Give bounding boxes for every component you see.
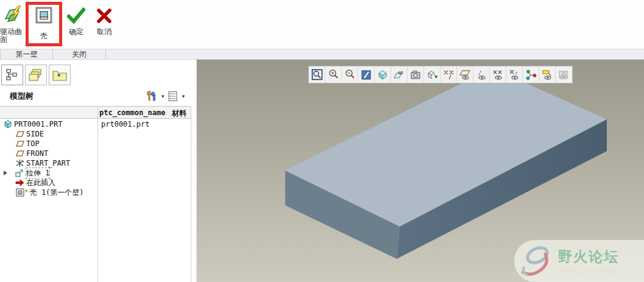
tree-item-label[interactable]: TOP [26,139,40,148]
cancel-label: 取消 [97,28,111,36]
repaint-icon [361,69,372,80]
tree-column-header: ptc_common_name 材料 [0,106,191,119]
drive-surface-label: 驱动曲面 [0,28,26,44]
tree-row-shell[interactable]: * 壳 1(第一个壁) [0,188,191,197]
tree-row-start-part[interactable]: START_PART [0,158,191,168]
tree-item-label[interactable]: 拉伸 1 [26,168,49,178]
view-toolbar: AB [308,66,573,83]
expand-arrow-icon[interactable] [4,171,7,175]
zoom-out-icon [344,69,356,80]
part-icon [2,120,13,129]
spin-center-button[interactable] [523,66,539,83]
tree-row-side[interactable]: SIDE [0,129,191,139]
tree-row-part[interactable]: PRT0001.PRT prt0001.prt [0,119,191,129]
extrude-icon [15,169,25,177]
wildfire-logo [519,243,554,280]
point-eye-icon [492,69,504,80]
cad-window: 驱动曲面 壳 确定 [0,0,644,282]
forum-watermark: 野火论坛 www.proewildfire.cn [514,240,644,282]
tree-row-front[interactable]: FRONT [0,149,191,158]
navigator-tabs: * [1,65,71,85]
reorient-button[interactable] [424,66,441,83]
shell-button-highlight[interactable]: 壳 [26,2,62,46]
tree-item-ptc-name: prt0001.prt [101,120,149,129]
panel-divider [191,106,191,282]
folder-star-icon: * [52,69,67,81]
tree-settings-icon[interactable] [146,90,158,102]
saved-views-icon: AB [393,69,405,80]
ok-check-icon [67,4,85,28]
zoom-fit-button[interactable] [309,66,325,83]
sketcher-display-icon [558,69,570,80]
tab-folder-browser[interactable] [25,65,47,85]
reorient-cube-icon [426,69,438,80]
datum-plane-icon [15,130,25,138]
column-material[interactable]: 材料 [172,108,186,119]
zoom-in-icon [328,69,339,80]
group-first-wall: 第一壁 [0,49,53,59]
annotation-display-button[interactable] [539,66,556,83]
zoom-in-button[interactable] [325,66,342,83]
drive-surface-icon [3,4,23,28]
csys-icon [15,159,25,167]
tree-columns-dropdown[interactable]: ▼ [180,94,187,99]
datum-plane-icon [15,140,25,147]
repaint-button[interactable] [358,66,375,83]
axis-eye-icon [476,69,487,80]
shell-icon [15,188,25,197]
group-close[interactable]: 关闭 [53,49,106,59]
plane-display-button[interactable] [457,66,473,83]
tree-item-label[interactable]: SIDE [26,130,44,138]
display-style-button[interactable] [375,66,391,83]
tree-item-label[interactable]: 壳 1(第一个壁) [30,188,84,198]
datum-toggle-icon [443,69,455,80]
folders-icon [29,68,43,82]
model-tree: PRT0001.PRT prt0001.prt SIDE TOP [0,119,191,197]
graphics-area[interactable]: AB [196,60,644,282]
column-ptc-common-name[interactable]: ptc_common_name [99,108,165,117]
svg-text:z: z [515,71,517,76]
datum-display-button[interactable] [441,66,457,83]
tree-row-extrude[interactable]: 拉伸 1 [0,168,191,178]
drive-surface-button[interactable]: 驱动曲面 [0,0,26,44]
saved-views-button[interactable]: AB [391,66,408,83]
tree-row-insert-here[interactable]: 在此插入 [0,178,191,188]
model-tree-panel: * 模型树 ▼ ▼ [0,60,195,282]
cancel-button[interactable]: 取消 [90,0,118,36]
zoom-out-button[interactable] [342,66,358,83]
ok-button[interactable]: 确定 [62,0,90,36]
datum-plane-icon [15,150,25,157]
tree-item-label[interactable]: START_PART [26,159,70,167]
tab-favorites[interactable]: * [49,65,71,85]
shell-label: 壳 [40,31,48,41]
tree-columns-icon[interactable] [168,91,179,102]
point-display-button[interactable] [490,66,506,83]
view-manager-button[interactable] [408,66,424,83]
csys-display-button[interactable]: z [506,66,523,83]
ok-label: 确定 [69,28,83,36]
tree-row-top[interactable]: TOP [0,139,191,149]
model-tree-header: 模型树 ▼ ▼ [0,88,191,105]
shell-icon [35,6,53,29]
pending-feature-marker: * [25,188,28,197]
plane-eye-icon [459,69,471,80]
sketcher-display-button[interactable] [556,66,572,83]
insert-here-icon [15,179,25,186]
tab-model-tree[interactable] [1,65,23,85]
tree-item-label[interactable]: FRONT [26,149,48,158]
axis-display-button[interactable] [473,66,490,83]
watermark-site-name: 野火论坛 [558,247,634,266]
feature-dashboard: 驱动曲面 壳 确定 [0,0,644,49]
watermark-site-url: www.proewildfire.cn [558,265,634,275]
shaded-cube-icon [377,69,388,80]
tree-item-label[interactable]: 在此插入 [26,178,55,188]
tree-settings-dropdown[interactable]: ▼ [159,94,166,99]
zoom-fit-icon [311,69,323,80]
model-tree-title: 模型树 [10,91,34,102]
annotation-eye-icon [542,69,553,80]
tree-item-label[interactable]: PRT0001.PRT [14,120,62,129]
dashboard-group-bar: 第一壁 关闭 [0,49,644,60]
camera-icon [410,69,422,80]
cancel-x-icon [96,4,112,28]
svg-text:AB: AB [398,71,403,76]
